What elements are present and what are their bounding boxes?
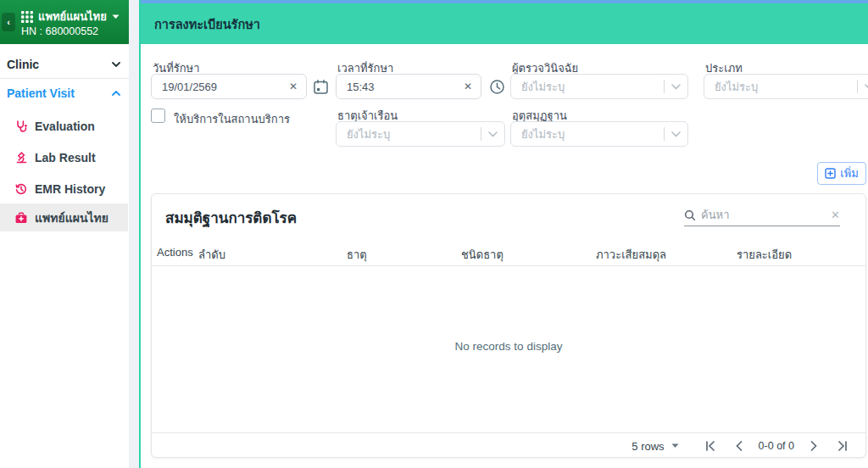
add-button[interactable]: เพิ่ม — [817, 162, 866, 185]
divider — [0, 78, 129, 79]
season-select[interactable]: ยังไม่ระบุ — [510, 121, 688, 147]
date-value: 19/01/2569 — [162, 81, 289, 93]
page-header: การลงทะเบียนรักษา — [141, 3, 868, 44]
sidebar-item-emr-history[interactable]: EMR History — [0, 175, 128, 203]
diagnoser-select[interactable]: ยังไม่ระบุ — [510, 74, 688, 99]
content-left-accent — [139, 0, 141, 468]
module-switcher[interactable]: แพทย์แผนไทย — [38, 8, 107, 25]
chevron-down-icon[interactable] — [671, 131, 681, 137]
table-title: สมมุติฐานการติดโรค — [165, 206, 297, 229]
patient-hn: HN : 680000552 — [21, 25, 98, 37]
sidebar-header: ‹ แพทย์แผนไทย HN : 680000552 — [0, 0, 129, 44]
clear-date-icon[interactable]: ✕ — [289, 81, 298, 92]
in-facility-checkbox[interactable] — [151, 109, 165, 123]
season-placeholder: ยังไม่ระบุ — [521, 125, 664, 143]
element-select[interactable]: ยังไม่ระบุ — [336, 121, 505, 147]
pagination: 5 rows 0-0 of 0 — [632, 433, 855, 459]
column-imbalance: ภาวะเสียสมดุล — [596, 246, 666, 264]
sidebar-group-clinic[interactable]: Clinic — [0, 51, 129, 78]
page-range: 0-0 of 0 — [759, 440, 794, 452]
clock-icon[interactable] — [487, 76, 507, 97]
clear-time-icon[interactable]: ✕ — [464, 81, 472, 92]
page-title: การลงทะเบียนรักษา — [154, 14, 260, 34]
module-caret-down-icon — [112, 14, 120, 20]
clear-search-icon[interactable]: ✕ — [831, 209, 840, 221]
sidebar-item-evaluation-label: Evaluation — [35, 120, 95, 133]
plus-square-icon — [825, 168, 836, 179]
search-icon — [684, 209, 696, 221]
time-value: 15:43 — [347, 81, 464, 93]
table-search[interactable]: ค้นหา ✕ — [684, 204, 840, 226]
next-page-button[interactable] — [801, 435, 826, 457]
layout-gap — [129, 0, 139, 468]
collapse-sidebar-button[interactable]: ‹ — [2, 13, 15, 31]
sidebar-item-thai-medicine[interactable]: แพทย์แผนไทย — [0, 203, 128, 231]
first-page-button[interactable] — [698, 435, 723, 457]
calendar-icon[interactable] — [310, 76, 331, 97]
divider — [152, 265, 865, 266]
hypothesis-table-card: สมมุติฐานการติดโรค ค้นหา ✕ Actions ลำดับ… — [151, 193, 866, 458]
sidebar-item-lab-result-label: Lab Result — [35, 151, 96, 164]
sidebar-item-lab-result[interactable]: Lab Result — [0, 143, 128, 171]
date-input[interactable]: 19/01/2569 ✕ — [151, 74, 307, 99]
column-details: รายละเอียด — [737, 246, 792, 264]
column-order: ลำดับ — [198, 246, 225, 264]
apps-grid-icon[interactable] — [21, 11, 33, 23]
last-page-button[interactable] — [830, 435, 855, 457]
column-actions: Actions — [157, 246, 193, 259]
rows-per-page-value: 5 rows — [632, 440, 664, 453]
type-select[interactable]: ยังไม่ระบุ — [704, 74, 868, 99]
chevron-down-icon[interactable] — [865, 84, 868, 90]
chevron-down-icon[interactable] — [671, 84, 681, 90]
diagnoser-placeholder: ยังไม่ระบุ — [521, 78, 664, 96]
divider — [857, 80, 858, 93]
medkit-icon — [14, 211, 28, 225]
chevron-down-icon[interactable] — [488, 131, 498, 137]
in-facility-checkbox-label: ให้บริการในสถานบริการ — [174, 110, 290, 128]
app-window: ‹ แพทย์แผนไทย HN : 680000552 — [0, 0, 868, 468]
chevron-down-icon — [112, 62, 120, 67]
divider — [481, 127, 481, 141]
search-placeholder: ค้นหา — [701, 206, 826, 224]
sidebar-item-evaluation[interactable]: Evaluation — [0, 112, 128, 140]
divider — [664, 80, 665, 93]
column-element-type: ชนิดธาตุ — [461, 246, 504, 264]
history-clock-icon — [14, 182, 28, 196]
time-input[interactable]: 15:43 ✕ — [336, 74, 481, 99]
empty-state-text: No records to display — [152, 340, 865, 353]
type-placeholder: ยังไม่ระบุ — [715, 78, 857, 96]
element-placeholder: ยังไม่ระบุ — [347, 125, 481, 143]
stethoscope-icon — [14, 120, 28, 133]
microscope-icon — [14, 151, 28, 164]
sidebar-group-patient-visit-label: Patient Visit — [7, 86, 75, 100]
chevron-up-icon — [112, 91, 120, 96]
add-button-label: เพิ่ม — [840, 164, 859, 182]
divider — [664, 127, 665, 141]
sidebar-group-patient-visit[interactable]: Patient Visit — [0, 80, 129, 107]
previous-page-button[interactable] — [726, 435, 752, 457]
sidebar: ‹ แพทย์แผนไทย HN : 680000552 — [0, 0, 129, 468]
column-element: ธาตุ — [347, 246, 367, 264]
sidebar-item-emr-history-label: EMR History — [35, 182, 105, 196]
rows-per-page-select[interactable]: 5 rows — [632, 440, 678, 453]
sidebar-group-clinic-label: Clinic — [7, 58, 39, 71]
sidebar-item-thai-medicine-label: แพทย์แผนไทย — [35, 209, 108, 227]
